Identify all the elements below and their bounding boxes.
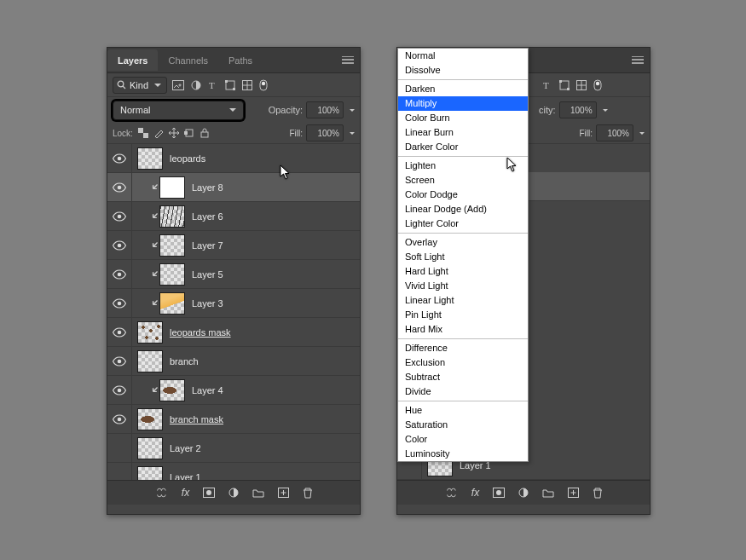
filter-smart-icon[interactable]: [242, 80, 252, 90]
layer-thumbnail[interactable]: [137, 147, 163, 170]
blend-mode-option[interactable]: Subtract: [398, 370, 528, 384]
blend-mode-option[interactable]: Hard Light: [398, 264, 528, 279]
layer-row[interactable]: Layer 1: [107, 463, 360, 480]
visibility-toggle[interactable]: [107, 376, 132, 404]
blend-mode-option[interactable]: Darker Color: [398, 140, 528, 154]
layer-row[interactable]: leopards: [107, 144, 360, 173]
blend-mode-option[interactable]: Divide: [398, 384, 528, 399]
chevron-down-icon[interactable]: [603, 109, 608, 112]
link-layers-icon[interactable]: [444, 488, 458, 498]
layer-row[interactable]: Layer 7: [107, 231, 360, 260]
chevron-down-icon[interactable]: [639, 132, 645, 135]
group-icon[interactable]: [542, 488, 554, 498]
layer-name[interactable]: Layer 1: [170, 472, 201, 481]
blend-mode-menu[interactable]: NormalDissolveDarkenMultiplyColor BurnLi…: [397, 48, 529, 462]
visibility-toggle[interactable]: [107, 173, 132, 201]
layer-thumbnail[interactable]: [137, 437, 163, 459]
layer-name[interactable]: Layer 2: [170, 443, 201, 453]
opacity-input[interactable]: 100%: [306, 101, 344, 118]
visibility-toggle[interactable]: [107, 434, 132, 462]
blend-mode-option[interactable]: Overlay: [398, 235, 528, 250]
blend-mode-option[interactable]: Pin Light: [398, 308, 528, 322]
blend-mode-option[interactable]: Screen: [398, 173, 528, 188]
lock-position-icon[interactable]: [169, 128, 179, 138]
layer-row[interactable]: branch: [107, 347, 360, 376]
fill-input[interactable]: 100%: [596, 124, 633, 141]
layer-thumbnail[interactable]: [159, 292, 185, 315]
filter-shape-icon[interactable]: [225, 80, 235, 90]
layer-thumbnail[interactable]: [159, 263, 185, 286]
layer-row[interactable]: Layer 8: [107, 173, 360, 202]
group-icon[interactable]: [252, 488, 264, 498]
blend-mode-option[interactable]: Linear Burn: [398, 125, 528, 140]
blend-mode-option[interactable]: Color Burn: [398, 111, 528, 125]
blend-mode-option[interactable]: Color: [398, 432, 528, 447]
panel-menu-button[interactable]: [336, 48, 360, 72]
filter-shape-icon[interactable]: [559, 80, 570, 90]
new-layer-icon[interactable]: [278, 488, 289, 498]
layer-thumbnail[interactable]: [137, 408, 163, 430]
lock-transparent-icon[interactable]: [138, 128, 148, 138]
visibility-toggle[interactable]: [107, 260, 132, 288]
layer-row[interactable]: Layer 3: [107, 289, 360, 318]
layer-thumbnail[interactable]: [159, 205, 185, 228]
tab-channels[interactable]: Channels: [158, 49, 217, 71]
visibility-toggle[interactable]: [107, 318, 132, 346]
opacity-input[interactable]: 100%: [559, 101, 597, 118]
layer-thumbnail[interactable]: [137, 321, 163, 344]
filter-adjust-icon[interactable]: [191, 80, 201, 90]
layer-row[interactable]: Layer 4: [107, 376, 360, 405]
filter-type-icon[interactable]: T: [542, 80, 552, 90]
visibility-toggle[interactable]: [107, 202, 132, 230]
layer-row[interactable]: leopards mask: [107, 318, 360, 347]
fx-icon[interactable]: fx: [182, 487, 189, 499]
blend-mode-option[interactable]: Dissolve: [398, 63, 528, 78]
lock-pixels-icon[interactable]: [153, 128, 164, 138]
blend-mode-option[interactable]: Soft Light: [398, 250, 528, 264]
blend-mode-option[interactable]: Lighter Color: [398, 216, 528, 231]
link-layers-icon[interactable]: [154, 488, 168, 498]
visibility-toggle[interactable]: [107, 405, 132, 433]
blend-mode-option[interactable]: Hard Mix: [398, 322, 528, 337]
layer-name[interactable]: leopards mask: [170, 327, 231, 338]
blend-mode-option[interactable]: Normal: [398, 49, 528, 63]
blend-mode-select[interactable]: Normal: [113, 101, 244, 120]
blend-mode-option[interactable]: Vivid Light: [398, 279, 528, 293]
tab-paths[interactable]: Paths: [218, 49, 263, 71]
blend-mode-option[interactable]: Multiply: [398, 96, 528, 111]
new-layer-icon[interactable]: [568, 488, 579, 498]
mask-icon[interactable]: [203, 488, 215, 498]
blend-mode-option[interactable]: Lighten: [398, 159, 528, 173]
layer-name[interactable]: branch mask: [170, 414, 223, 424]
layer-thumbnail[interactable]: [159, 234, 185, 257]
layer-thumbnail[interactable]: [137, 350, 163, 372]
layer-name[interactable]: Layer 3: [192, 298, 223, 309]
layer-name[interactable]: Layer 5: [192, 269, 223, 280]
blend-mode-option[interactable]: Linear Light: [398, 293, 528, 308]
layer-list[interactable]: leopardsLayer 8Layer 6Layer 7Layer 5Laye…: [107, 144, 360, 480]
blend-mode-option[interactable]: Linear Dodge (Add): [398, 202, 528, 216]
filter-kind-select[interactable]: Kind: [113, 77, 167, 94]
layer-row[interactable]: Layer 5: [107, 260, 360, 289]
lock-artboard-icon[interactable]: [184, 128, 194, 138]
blend-mode-option[interactable]: Saturation: [398, 418, 528, 432]
visibility-toggle[interactable]: [107, 231, 132, 259]
layer-name[interactable]: leopards: [170, 153, 205, 164]
chevron-down-icon[interactable]: [350, 109, 355, 112]
panel-menu-button[interactable]: [626, 48, 650, 72]
filter-toggle-icon[interactable]: [593, 79, 602, 91]
visibility-toggle[interactable]: [107, 144, 132, 172]
blend-mode-option[interactable]: Hue: [398, 403, 528, 418]
layer-name[interactable]: Layer 8: [192, 182, 223, 193]
blend-mode-option[interactable]: Exclusion: [398, 355, 528, 370]
layer-row[interactable]: Layer 2: [107, 434, 360, 463]
layer-row[interactable]: branch mask: [107, 405, 360, 434]
delete-icon[interactable]: [593, 488, 603, 499]
blend-mode-option[interactable]: Color Dodge: [398, 188, 528, 202]
filter-smart-icon[interactable]: [576, 80, 587, 90]
blend-mode-option[interactable]: Luminosity: [398, 447, 528, 461]
tab-layers[interactable]: Layers: [107, 49, 158, 71]
layer-thumbnail[interactable]: [159, 176, 185, 199]
mask-icon[interactable]: [493, 488, 505, 498]
fill-input[interactable]: 100%: [306, 124, 344, 141]
